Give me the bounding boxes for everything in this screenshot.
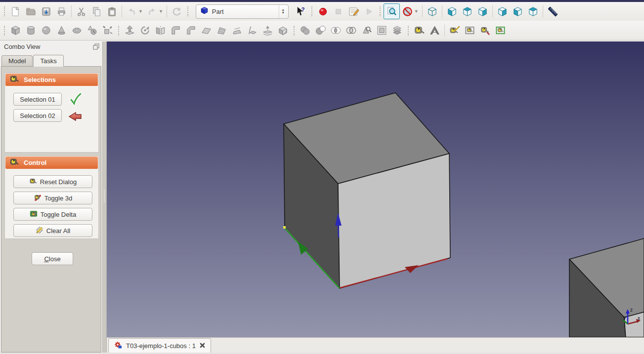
delta-green-icon [30, 210, 38, 219]
thickness-icon[interactable] [275, 23, 291, 38]
tasks-tab-page: Selections Selection 01 Selection 02 [1, 66, 101, 353]
view-rear-icon[interactable] [495, 4, 510, 19]
primitive-cylinder-icon[interactable] [23, 23, 39, 38]
toolbar-part-workbench [0, 21, 644, 40]
open-file-icon[interactable] [23, 4, 39, 19]
selection-01-button[interactable]: Selection 01 [13, 93, 62, 106]
ruled-surface-icon[interactable] [214, 23, 229, 38]
refresh-icon[interactable] [169, 4, 184, 19]
toolbar-drag-handle[interactable] [380, 6, 381, 16]
toolbar-separator [422, 5, 423, 17]
primitive-cone-icon[interactable] [54, 23, 69, 38]
tape-measure-red-icon [34, 194, 42, 203]
selections-section: Selections Selection 01 Selection 02 [4, 73, 99, 153]
check-icon [68, 91, 84, 107]
toggle-3d-button[interactable]: Toggle 3d [13, 192, 92, 204]
measure-toggle-all-icon[interactable] [462, 23, 477, 38]
selection-02-button[interactable]: Selection 02 [13, 109, 62, 122]
cut-icon[interactable] [74, 4, 89, 19]
save-icon[interactable] [39, 4, 54, 19]
tape-measure-icon [9, 74, 19, 85]
view-front-icon[interactable] [444, 4, 460, 19]
view-axonometric-icon[interactable] [425, 4, 440, 19]
fit-all-icon[interactable] [384, 3, 400, 19]
revolve-icon[interactable] [137, 23, 153, 38]
control-section-title: Control [24, 159, 46, 166]
toolbar-drag-handle[interactable] [187, 6, 188, 16]
sweep-icon[interactable] [245, 23, 260, 38]
document-tab[interactable]: T03-ejemplo-1-cubos : 1 [108, 338, 211, 353]
extrude-icon[interactable] [122, 23, 137, 38]
view-right-icon[interactable] [475, 4, 490, 19]
toolbar-drag-handle[interactable] [408, 26, 409, 36]
toolbar-drag-handle[interactable] [118, 26, 119, 36]
tab-tasks[interactable]: Tasks [33, 55, 63, 67]
toolbar-separator [122, 5, 122, 17]
toolbar-drag-handle[interactable] [4, 26, 5, 36]
offset-icon[interactable] [260, 23, 275, 38]
measure-distance-icon[interactable] [545, 4, 560, 19]
3d-viewport[interactable]: zxy [107, 41, 644, 337]
boolean-union-icon[interactable] [298, 23, 313, 38]
check-geometry-icon[interactable] [359, 23, 374, 38]
copy-icon[interactable] [89, 4, 104, 19]
new-document-icon[interactable] [8, 4, 23, 19]
tab-model[interactable]: Model [1, 55, 33, 66]
chamfer-icon[interactable] [183, 23, 199, 38]
loft-icon[interactable] [229, 23, 245, 38]
clear-all-button[interactable]: Clear All [13, 224, 92, 237]
measure-refresh-icon[interactable] [447, 23, 462, 38]
create-primitives-icon[interactable] [85, 23, 100, 38]
macro-play-icon[interactable] [361, 4, 377, 19]
shape-builder-icon[interactable] [100, 23, 115, 38]
macro-record-icon[interactable] [315, 4, 331, 19]
macro-stop-icon[interactable] [331, 4, 346, 19]
macro-edit-icon[interactable] [346, 4, 361, 19]
svg-text:?: ? [301, 6, 304, 12]
toolbar-separator [543, 5, 543, 17]
boolean-common-icon[interactable] [328, 23, 343, 38]
toolbar-separator [442, 5, 442, 17]
reset-dialog-button[interactable]: Reset Dialog [13, 175, 92, 188]
make-face-icon[interactable] [199, 23, 214, 38]
cross-sections-icon[interactable] [389, 23, 405, 38]
measure-toggle-delta-icon[interactable] [493, 23, 508, 38]
toolbar-drag-handle[interactable] [4, 6, 5, 16]
redo-icon[interactable] [144, 4, 160, 19]
view-top-icon[interactable] [460, 4, 475, 19]
boolean-cut-icon[interactable] [313, 23, 328, 38]
defeaturing-icon[interactable] [374, 23, 389, 38]
mirror-icon[interactable] [153, 23, 168, 38]
close-button[interactable]: Close [32, 252, 73, 265]
document-tab-label: T03-ejemplo-1-cubos : 1 [126, 342, 196, 350]
paste-icon[interactable] [104, 4, 120, 19]
toolbar-file-macro-view: ▼▼Part▴▾?▼ [0, 2, 644, 21]
primitive-sphere-icon[interactable] [39, 23, 54, 38]
toolbar-drag-handle[interactable] [311, 6, 312, 16]
view-bottom-icon[interactable] [510, 4, 525, 19]
primitive-box-icon[interactable] [8, 23, 23, 38]
dropdown-caret-icon[interactable]: ▼ [414, 9, 419, 14]
measure-toggle-3d-icon[interactable] [477, 23, 493, 38]
primitive-torus-icon[interactable] [69, 23, 85, 38]
tab-close-icon[interactable] [200, 342, 205, 350]
toolbar-drag-handle[interactable] [294, 26, 295, 36]
measure-angular-icon[interactable] [427, 23, 442, 38]
toggle-delta-button[interactable]: Toggle Delta [13, 208, 92, 221]
fillet-icon[interactable] [168, 23, 183, 38]
measure-linear-icon[interactable] [412, 23, 427, 38]
workbench-selected-label: Part [212, 8, 275, 15]
draw-style-icon[interactable] [400, 4, 415, 19]
workbench-selector[interactable]: Part▴▾ [196, 4, 289, 19]
view-left-icon[interactable] [525, 4, 541, 19]
pencil-clear-icon [36, 226, 43, 236]
placement-z-axis [338, 225, 339, 237]
boolean-section-icon[interactable] [343, 23, 359, 38]
whats-this-icon[interactable]: ? [293, 4, 308, 19]
print-icon[interactable] [54, 4, 69, 19]
workbench-spinner[interactable]: ▴▾ [279, 5, 287, 18]
toolbar-separator [444, 25, 445, 37]
undo-icon[interactable] [124, 4, 139, 19]
panel-splitter[interactable] [102, 41, 107, 354]
panel-float-icon[interactable] [93, 43, 99, 50]
